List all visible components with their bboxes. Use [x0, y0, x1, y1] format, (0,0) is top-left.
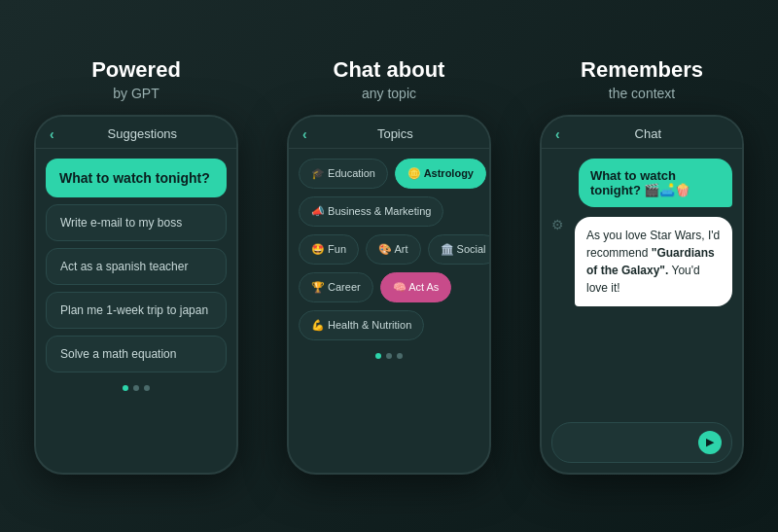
panel3-title: Remembers [581, 57, 703, 83]
chat-input-bar: ▶ [551, 422, 732, 463]
topic-business[interactable]: 📣 Business & Marketing [299, 196, 443, 227]
send-button[interactable]: ▶ [698, 431, 722, 454]
bot-message-row: ⚙ As you love Star Wars, I'd recommend "… [551, 217, 732, 306]
dot2-3 [397, 353, 403, 359]
bot-message: As you love Star Wars, I'd recommend "Gu… [575, 217, 732, 306]
bot-icon: ⚙ [551, 217, 564, 232]
panel3-subtitle: the context [609, 86, 676, 101]
topics-header-title: Topics [315, 126, 476, 141]
topic-social[interactable]: 🏛️ Social [428, 234, 489, 265]
panel1-title: Powered [91, 57, 181, 83]
user-message: What to watch tonight? 🎬🛋️🍿 [579, 159, 732, 207]
panel2-subtitle: any topic [362, 86, 416, 101]
back-arrow-icon[interactable]: ‹ [50, 126, 54, 142]
pagination-dots-2 [299, 353, 479, 359]
phone-3: ‹ Chat What to watch tonight? 🎬🛋️🍿 ⚙ As … [540, 115, 744, 475]
chat-messages: What to watch tonight? 🎬🛋️🍿 ⚙ As you lov… [551, 159, 732, 415]
dot2-2 [386, 353, 392, 359]
phone1-body: What to watch tonight? Write e-mail to m… [36, 149, 236, 473]
phone3-header: ‹ Chat [542, 117, 742, 149]
topic-fun[interactable]: 🤩 Fun [299, 234, 359, 265]
topics-row-1: 🎓 Education 🪙 Astrology [299, 159, 479, 189]
topics-row-2: 📣 Business & Marketing [299, 196, 479, 227]
highlight-suggestion[interactable]: What to watch tonight? [46, 159, 227, 197]
panel-remembers: Remembers the context ‹ Chat What to wat… [525, 57, 759, 474]
suggestion-item-4[interactable]: Solve a math equation [46, 336, 227, 372]
dot-1 [123, 385, 128, 391]
suggestions-header-title: Suggestions [62, 126, 223, 141]
pagination-dots [46, 385, 227, 391]
suggestion-item-3[interactable]: Plan me 1-week trip to japan [46, 292, 227, 329]
suggestion-item-2[interactable]: Act as a spanish teacher [46, 248, 227, 285]
panel-powered: Powered by GPT ‹ Suggestions What to wat… [19, 57, 253, 474]
topic-health[interactable]: 💪 Health & Nutrition [299, 310, 424, 340]
phone1-header: ‹ Suggestions [36, 117, 236, 149]
panel2-title: Chat about [334, 57, 445, 83]
topics-grid: 🎓 Education 🪙 Astrology 📣 Business & Mar… [299, 159, 479, 340]
phone3-body: What to watch tonight? 🎬🛋️🍿 ⚙ As you lov… [542, 149, 742, 473]
dot-3 [144, 385, 150, 391]
suggestion-item-1[interactable]: Write e-mail to my boss [46, 204, 227, 241]
topic-education[interactable]: 🎓 Education [299, 159, 388, 189]
topics-row-5: 💪 Health & Nutrition [299, 310, 479, 340]
phone2-body: 🎓 Education 🪙 Astrology 📣 Business & Mar… [289, 149, 489, 473]
back-arrow-icon-2[interactable]: ‹ [302, 126, 307, 142]
phone-2: ‹ Topics 🎓 Education 🪙 Astrology 📣 Busin… [287, 115, 491, 475]
chat-header-title: Chat [568, 126, 728, 141]
phone-1: ‹ Suggestions What to watch tonight? Wri… [34, 115, 238, 475]
dot-2 [133, 385, 139, 391]
back-arrow-icon-3[interactable]: ‹ [555, 126, 560, 142]
topic-career[interactable]: 🏆 Career [299, 272, 373, 302]
topic-art[interactable]: 🎨 Art [366, 234, 421, 265]
phone2-header: ‹ Topics [289, 117, 489, 149]
topic-act-as[interactable]: 🧠 Act As [380, 272, 452, 302]
panel-chat: Chat about any topic ‹ Topics 🎓 Educatio… [272, 57, 506, 474]
topics-row-4: 🏆 Career 🧠 Act As [299, 272, 479, 302]
topics-row-3: 🤩 Fun 🎨 Art 🏛️ Social [299, 234, 479, 265]
topic-astrology[interactable]: 🪙 Astrology [395, 159, 486, 189]
dot2-1 [375, 353, 381, 359]
panel1-subtitle: by GPT [113, 86, 159, 101]
